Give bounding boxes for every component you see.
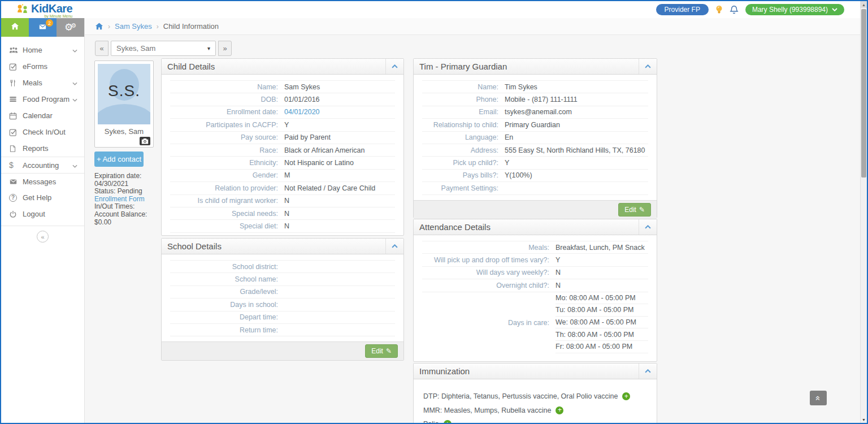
bell-icon[interactable] xyxy=(730,5,739,14)
field-value: Not Hispanic or Latino xyxy=(284,159,395,167)
add-contact-button[interactable]: + Add contact xyxy=(94,152,144,167)
field-label: Depart time: xyxy=(170,313,284,321)
field-value: 555 Easy St, North Richland Hills, TX, 7… xyxy=(505,146,648,154)
sidebar-item-eforms[interactable]: eForms xyxy=(1,58,84,75)
gears-icon: ⚙⚙ xyxy=(64,23,76,33)
detail-row: Overnight child?:N xyxy=(422,279,648,292)
field-value: Breakfast, Lunch, PM Snack xyxy=(555,244,648,252)
detail-row: Phone:Mobile - (817) 111-1111 xyxy=(422,93,648,106)
day-in-care-row: Mo: 08:00 AM - 05:00 PM xyxy=(555,292,648,305)
child-profile-column: S.S. Sykes, Sam + Add contact Expiration… xyxy=(94,60,154,226)
detail-row: Relation to provider:Not Related / Day C… xyxy=(170,182,395,194)
breadcrumb-current-page: Child Information xyxy=(163,22,219,31)
field-label: Email: xyxy=(422,108,505,116)
guardian-panel: Tim - Primary Guardian Name:Tim SykesPho… xyxy=(413,58,657,218)
attendance-rows: Meals:Breakfast, Lunch, PM SnackWill pic… xyxy=(422,241,648,292)
field-value[interactable]: 04/01/2020 xyxy=(284,108,395,116)
sidebar-item-get-help[interactable]: ?Get Help xyxy=(1,189,84,206)
enrollment-form-link[interactable]: Enrollment Form xyxy=(94,196,162,204)
avatar-initials: S.S. xyxy=(98,82,150,100)
child-details-panel: Child Details Name:Sam SykesDOB:01/01/20… xyxy=(161,58,404,236)
sidebar-item-meals[interactable]: Meals xyxy=(1,75,84,91)
detail-row: Relationship to child:Primary Guardian xyxy=(422,119,648,131)
provider-badge[interactable]: Provider FP xyxy=(656,4,709,15)
add-immunization-icon[interactable]: + xyxy=(622,392,630,400)
field-label: Will days vary weekly?: xyxy=(422,269,555,276)
sidebar-item-label: Food Program xyxy=(23,95,72,103)
detail-row: School name: xyxy=(170,273,395,285)
lightbulb-icon[interactable] xyxy=(715,5,723,14)
sidebar-item-calendar[interactable]: Calendar xyxy=(1,107,84,124)
vertical-scrollbar[interactable]: ▲ ▼ xyxy=(860,1,867,423)
sidebar-item-logout[interactable]: Logout xyxy=(1,206,84,222)
kidkare-app: KidKare by Minute Menu Provider FP xyxy=(0,0,868,424)
field-label: Will pick up and drop off times vary?: xyxy=(422,256,555,264)
scrollbar-up-arrow[interactable]: ▲ xyxy=(861,1,867,8)
detail-row: Return time: xyxy=(170,324,395,336)
sidebar-item-messages[interactable]: Messages xyxy=(1,173,84,189)
field-value: Mobile - (817) 111-1111 xyxy=(505,96,648,103)
main-content: › Sam Sykes › Child Information « Sykes,… xyxy=(85,18,867,423)
user-menu[interactable]: Mary Shelly (993998894) xyxy=(745,4,844,15)
field-label: Gender: xyxy=(170,171,284,179)
breadcrumb-child-name[interactable]: Sam Sykes xyxy=(115,22,152,31)
edit-school-button[interactable]: Edit✎ xyxy=(365,344,398,358)
field-value: N xyxy=(284,222,395,230)
collapse-panel-button[interactable] xyxy=(385,59,403,74)
previous-child-button[interactable]: « xyxy=(95,41,108,56)
add-immunization-icon[interactable]: + xyxy=(555,406,563,414)
collapse-panel-button[interactable] xyxy=(639,59,657,74)
sidebar-tab-envelope[interactable]: 2 xyxy=(29,18,57,37)
scrollbar-thumb[interactable] xyxy=(861,9,866,178)
field-value: N xyxy=(555,269,648,276)
kidkare-kids-icon xyxy=(16,3,29,18)
collapse-panel-button[interactable] xyxy=(639,219,657,235)
detail-row: Pays bills?:Y(100%) xyxy=(422,170,648,182)
unread-badge: 2 xyxy=(46,19,53,27)
sidebar-tabs: 2⚙⚙ xyxy=(1,18,84,37)
profile-info-line: Expiration date: xyxy=(94,172,162,180)
field-label: Is child of migrant worker: xyxy=(170,197,284,205)
sidebar-tab-home[interactable] xyxy=(1,18,29,37)
sidebar-item-label: Accounting xyxy=(23,161,72,170)
edit-guardian-button[interactable]: Edit✎ xyxy=(618,203,651,217)
add-immunization-icon[interactable]: + xyxy=(444,420,452,423)
scroll-to-top-button[interactable]: « xyxy=(810,391,827,405)
panel-title: Child Details xyxy=(162,62,385,71)
school-details-rows: School district:School name:Grade/level:… xyxy=(170,260,395,336)
breadcrumb-separator: › xyxy=(157,23,159,31)
panel-title: Tim - Primary Guardian xyxy=(414,62,639,71)
field-label: Name: xyxy=(170,83,284,91)
sidebar-item-accounting[interactable]: $Accounting xyxy=(1,157,84,173)
child-name-label: Sykes, Sam xyxy=(98,124,150,137)
sidebar-item-reports[interactable]: Reports xyxy=(1,140,84,157)
sidebar-item-label: Check In/Out xyxy=(23,128,77,136)
detail-row: Name:Sam Sykes xyxy=(170,81,395,93)
field-value: Black or African American xyxy=(284,146,395,154)
days-in-care: Days in care: Mo: 08:00 AM - 05:00 PMTu:… xyxy=(422,292,648,353)
sidebar-item-home[interactable]: Home xyxy=(1,42,84,58)
profile-info-line: Status: Pending xyxy=(94,188,162,196)
sidebar-collapse-row: « xyxy=(1,226,84,247)
sidebar-item-food-program[interactable]: Food Program xyxy=(1,91,84,107)
child-select-dropdown[interactable]: Sykes, Sam ▾ xyxy=(111,41,216,56)
next-child-button[interactable]: » xyxy=(218,41,232,56)
detail-row: Language:En xyxy=(422,132,648,144)
pencil-icon: ✎ xyxy=(639,206,645,214)
collapse-panel-button[interactable] xyxy=(639,364,657,379)
sidebar-nav: HomeeFormsMealsFood ProgramCalendarCheck… xyxy=(1,42,84,222)
field-value: Not Related / Day Care Child xyxy=(284,184,395,192)
camera-icon[interactable] xyxy=(140,137,150,145)
sidebar-collapse-button[interactable]: « xyxy=(37,231,49,243)
utensils-icon xyxy=(9,79,23,87)
collapse-panel-button[interactable] xyxy=(385,239,403,254)
field-value: N xyxy=(284,210,395,218)
field-label: School name: xyxy=(170,275,284,283)
scrollbar-down-arrow[interactable]: ▼ xyxy=(861,416,867,423)
sidebar-tab-gears[interactable]: ⚙⚙ xyxy=(57,18,84,37)
home-icon[interactable] xyxy=(95,22,103,31)
field-label: School district: xyxy=(170,263,284,271)
sidebar-item-check-in-out[interactable]: Check In/Out xyxy=(1,124,84,140)
kidkare-logo: KidKare by Minute Menu xyxy=(16,3,72,18)
logo-subtitle: by Minute Menu xyxy=(31,14,72,18)
